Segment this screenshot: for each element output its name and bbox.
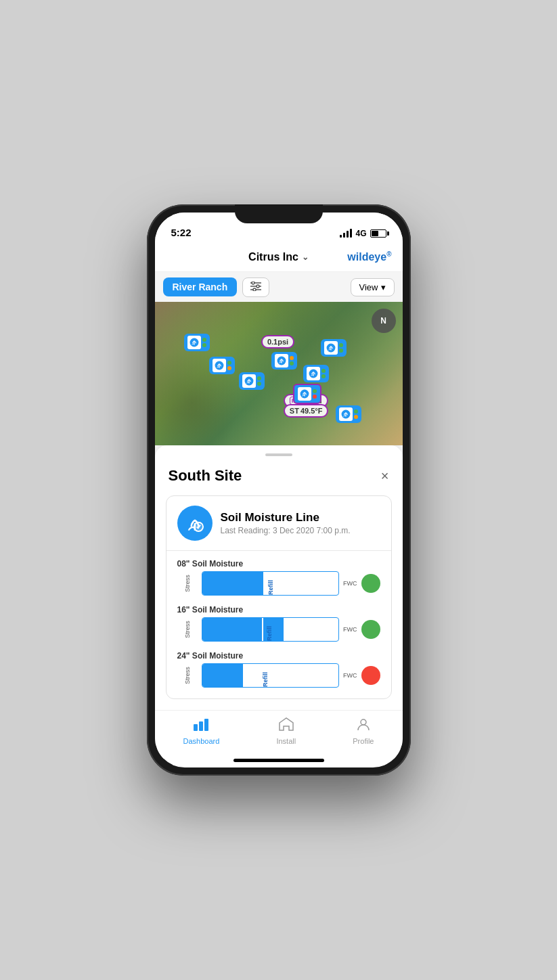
svg-rect-16 — [199, 721, 203, 731]
sensor-dots — [290, 356, 294, 365]
sensor-dots — [202, 338, 206, 347]
bar-container-24: Refill — [202, 663, 340, 688]
bar-row-16: Stress Refill FWC — [177, 617, 380, 642]
chevron-down-icon: ⌄ — [302, 252, 309, 262]
moisture-row-16: 16" Soil Moisture Stress Refill FWC — [177, 605, 380, 642]
home-indicator — [233, 759, 324, 762]
svg-point-5 — [253, 288, 256, 291]
nav-dashboard[interactable]: Dashboard — [170, 715, 233, 748]
filter-button[interactable] — [242, 277, 269, 297]
battery-icon — [370, 229, 386, 238]
last-reading: Last Reading: 3 Dec 2020 7:00 p.m. — [221, 526, 351, 535]
close-button[interactable]: × — [381, 469, 389, 483]
filter-icon — [250, 282, 262, 293]
sensor-plant-icon — [242, 374, 256, 388]
st-prefix: ST — [290, 407, 299, 415]
view-button[interactable]: View ▾ — [351, 278, 395, 296]
network-label: 4G — [355, 229, 366, 238]
bar-container-16: Refill — [202, 617, 340, 642]
bar-fill-08 — [202, 572, 264, 595]
signal-icon — [340, 229, 352, 238]
sensor-marker-s1[interactable] — [184, 334, 210, 351]
pressure-value-top: 0.1psi — [267, 338, 288, 346]
temp-value-s7: 49.5°F — [300, 407, 323, 415]
sensor-plant-icon — [275, 354, 288, 368]
install-label: Install — [276, 737, 296, 745]
sensor-plant-icon — [339, 407, 353, 421]
bottom-nav: Dashboard Install Profile — [155, 710, 403, 759]
moisture-label-24: 24" Soil Moisture — [177, 651, 380, 661]
phone-screen: 5:22 4G Citrus Inc ⌄ wilde — [155, 213, 403, 767]
sensor-dots — [354, 409, 358, 419]
sensor-avatar — [177, 506, 213, 541]
bar-container-08: Refill — [202, 571, 340, 596]
axis-left-24: Stress — [184, 665, 191, 686]
moisture-label-08: 08" Soil Moisture — [177, 559, 380, 569]
sensor-dots — [321, 369, 326, 378]
phone-frame: 5:22 4G Citrus Inc ⌄ wilde — [147, 204, 411, 776]
sensor-marker-s4[interactable] — [321, 339, 347, 357]
wildeye-logo: wildeye® — [347, 250, 391, 263]
axis-left-16: Stress — [184, 619, 191, 640]
status-time: 5:22 — [171, 227, 192, 238]
status-circle-08 — [361, 574, 380, 593]
sheet-title: South Site — [169, 467, 242, 485]
refill-label-16: Refill — [263, 618, 273, 641]
nav-profile[interactable]: Profile — [339, 715, 387, 748]
sensor-marker-s2[interactable] — [209, 357, 235, 374]
svg-point-3 — [252, 282, 254, 284]
sensor-plant-icon — [213, 359, 226, 372]
sensor-marker-s5[interactable] — [303, 365, 329, 382]
sensor-dots — [313, 389, 317, 399]
svg-rect-15 — [194, 724, 198, 731]
view-chevron-icon: ▾ — [381, 282, 386, 292]
sensor-marker-s7[interactable] — [293, 384, 321, 404]
status-circle-16 — [361, 620, 380, 639]
bar-fill-24 — [202, 664, 243, 687]
map-area[interactable]: N — [155, 302, 403, 445]
sensor-dots — [227, 361, 231, 370]
notch — [235, 204, 323, 223]
axis-left-08: Stress — [184, 573, 191, 594]
pressure-label-top: 0.1psi — [261, 335, 294, 349]
moisture-label-16: 16" Soil Moisture — [177, 605, 380, 615]
map-background: N — [155, 302, 403, 445]
compass: N — [372, 309, 396, 333]
view-label: View — [359, 282, 378, 292]
toolbar: River Ranch View ▾ — [155, 272, 403, 302]
moisture-row-08: 08" Soil Moisture Stress Refill FWC — [177, 559, 380, 596]
sensor-marker-s6[interactable] — [239, 372, 265, 390]
temp-label-s7: ST 49.5°F — [284, 404, 329, 418]
app-header: Citrus Inc ⌄ wildeye® — [155, 242, 403, 272]
dashboard-label: Dashboard — [183, 737, 220, 745]
sensor-name: Soil Moisture Line — [221, 511, 351, 525]
sensor-info: Soil Moisture Line Last Reading: 3 Dec 2… — [221, 511, 351, 535]
profile-icon — [357, 717, 370, 735]
sheet-handle — [265, 453, 292, 456]
ranch-button[interactable]: River Ranch — [163, 277, 238, 296]
company-name: Citrus Inc — [248, 251, 298, 263]
sensor-plant-icon — [187, 336, 201, 349]
moisture-section: 08" Soil Moisture Stress Refill FWC — [166, 551, 391, 698]
axis-right-08: FWC — [343, 580, 357, 587]
axis-right-24: FWC — [343, 672, 357, 679]
axis-right-16: FWC — [343, 626, 357, 633]
bar-row-08: Stress Refill FWC — [177, 571, 380, 596]
sensor-dots — [339, 343, 343, 353]
dashboard-icon — [194, 717, 208, 735]
sensor-plant-icon — [298, 387, 311, 401]
profile-label: Profile — [353, 737, 374, 745]
nav-install[interactable]: Install — [263, 715, 309, 748]
sensor-marker-s3[interactable] — [271, 352, 297, 370]
header-title-group[interactable]: Citrus Inc ⌄ — [248, 251, 309, 263]
moisture-row-24: 24" Soil Moisture Stress Refill FWC — [177, 651, 380, 688]
sensor-marker-s8[interactable] — [336, 405, 361, 423]
refill-label-08: Refill — [265, 572, 274, 595]
svg-point-4 — [257, 285, 259, 288]
refill-label-24: Refill — [259, 664, 269, 687]
sensor-plant-icon — [324, 341, 338, 355]
sensor-plant-icon — [307, 367, 320, 380]
sensor-card: Soil Moisture Line Last Reading: 3 Dec 2… — [166, 495, 392, 699]
svg-rect-17 — [204, 719, 208, 731]
sensor-dots — [257, 376, 261, 386]
